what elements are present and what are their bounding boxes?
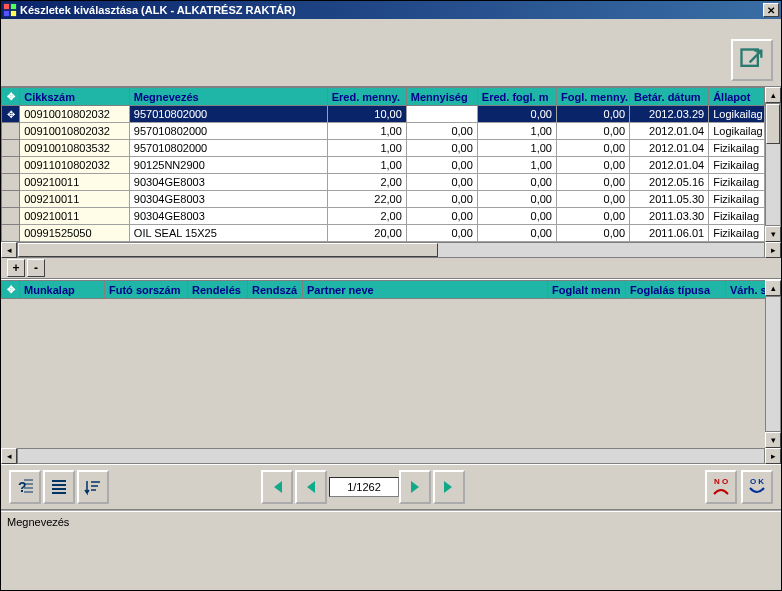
- cell-cikkszam: 009210011: [20, 208, 130, 225]
- cell-fogl-menny: 0,00: [556, 225, 629, 242]
- table-row[interactable]: 00921001190304GE80032,000,000,000,002011…: [2, 208, 765, 225]
- hdr2-foglalt[interactable]: Foglalt menn: [548, 281, 626, 299]
- table-row[interactable]: 009100108020329570108020001,000,001,000,…: [2, 123, 765, 140]
- hdr2-partner[interactable]: Partner neve: [303, 281, 548, 299]
- remove-button[interactable]: -: [27, 259, 45, 277]
- cell-megnevezes: 90125NN2900: [129, 157, 327, 174]
- hdr-megnevezes[interactable]: Megnevezés: [129, 88, 327, 106]
- cell-betar-datum: 2012.01.04: [630, 123, 709, 140]
- frown-icon: [712, 486, 730, 496]
- row-indicator: [2, 208, 20, 225]
- cell-mennyiseg: 0,00: [406, 208, 477, 225]
- no-button[interactable]: N O: [705, 470, 737, 504]
- cell-mennyiseg: 0,00: [406, 191, 477, 208]
- list-button[interactable]: [43, 470, 75, 504]
- hdr-indicator[interactable]: ✥: [2, 88, 20, 106]
- hdr-cikkszam[interactable]: Cikkszám: [20, 88, 130, 106]
- cell-betar-datum: 2011.05.30: [630, 191, 709, 208]
- row-indicator: [2, 157, 20, 174]
- cell-cikkszam: 00991525050: [20, 225, 130, 242]
- hdr-ered-fogl[interactable]: Ered. fogl. m: [477, 88, 556, 106]
- footer-toolbar: ? N O O K: [1, 464, 781, 510]
- sort-button[interactable]: [77, 470, 109, 504]
- hdr-betar-datum[interactable]: Betár. dátum: [630, 88, 709, 106]
- close-button[interactable]: ✕: [763, 3, 779, 17]
- table-row[interactable]: 00921001190304GE80032,000,000,000,002012…: [2, 174, 765, 191]
- no-label: N O: [714, 478, 728, 486]
- reservation-grid: ✥ Munkalap Futó sorszám Rendelés Rendszá…: [1, 279, 781, 464]
- hdr2-indicator[interactable]: ✥: [2, 281, 20, 299]
- ok-label: O K: [750, 478, 764, 486]
- hdr-mennyiseg[interactable]: Mennyiség: [406, 88, 477, 106]
- last-page-button[interactable]: [433, 470, 465, 504]
- row-indicator: [2, 191, 20, 208]
- cell-ered-fogl: 1,00: [477, 140, 556, 157]
- reservation-hscroll[interactable]: ◂ ▸: [1, 448, 781, 464]
- scroll-up-icon[interactable]: ▴: [765, 87, 781, 103]
- help-button[interactable]: ?: [9, 470, 41, 504]
- hdr2-fogltipus[interactable]: Foglalás típusa: [626, 281, 726, 299]
- scroll-up-icon[interactable]: ▴: [765, 280, 781, 296]
- first-page-button[interactable]: [261, 470, 293, 504]
- cell-megnevezes: 90304GE8003: [129, 208, 327, 225]
- cell-megnevezes: 957010802000: [129, 140, 327, 157]
- reservation-grid-body[interactable]: ✥ Munkalap Futó sorszám Rendelés Rendszá…: [1, 280, 765, 448]
- hdr2-futo[interactable]: Futó sorszám: [105, 281, 188, 299]
- scroll-down-icon[interactable]: ▾: [765, 432, 781, 448]
- cell-ered-fogl: 0,00: [477, 191, 556, 208]
- table-row[interactable]: ✥0091001080203295701080200010,0010,000,0…: [2, 106, 765, 123]
- cell-allapot: Logikailag: [709, 106, 765, 123]
- cell-fogl-menny: 0,00: [556, 140, 629, 157]
- hdr2-munkalap[interactable]: Munkalap: [20, 281, 105, 299]
- cell-betar-datum: 2011.03.30: [630, 208, 709, 225]
- cell-allapot: Fizikailag: [709, 191, 765, 208]
- next-page-button[interactable]: [399, 470, 431, 504]
- cell-ered-menny: 20,00: [327, 225, 406, 242]
- export-button[interactable]: [731, 39, 773, 81]
- table-row[interactable]: 0091101080203290125NN29001,000,001,000,0…: [2, 157, 765, 174]
- table-row[interactable]: 00991525050OIL SEAL 15X2520,000,000,000,…: [2, 225, 765, 242]
- cell-allapot: Fizikailag: [709, 208, 765, 225]
- table-row[interactable]: 00921001190304GE800322,000,000,000,00201…: [2, 191, 765, 208]
- window: Készletek kiválasztása (ALK - ALKATRÉSZ …: [0, 0, 782, 591]
- cell-allapot: Logikailag: [709, 123, 765, 140]
- cell-ered-fogl: 0,00: [477, 174, 556, 191]
- add-button[interactable]: +: [7, 259, 25, 277]
- prev-icon: [301, 477, 321, 497]
- scroll-right-icon[interactable]: ▸: [765, 242, 781, 258]
- table-row[interactable]: 009100108035329570108020001,000,001,000,…: [2, 140, 765, 157]
- stock-vthumb[interactable]: [766, 104, 780, 144]
- cell-cikkszam: 00911010802032: [20, 157, 130, 174]
- hdr2-rendszam[interactable]: Rendszá: [248, 281, 303, 299]
- stock-vscroll[interactable]: ▴ ▾: [765, 87, 781, 242]
- hdr2-varh[interactable]: Várh. sz: [726, 281, 766, 299]
- cell-betar-datum: 2012.03.29: [630, 106, 709, 123]
- scroll-right-icon[interactable]: ▸: [765, 448, 781, 464]
- cell-betar-datum: 2012.01.04: [630, 157, 709, 174]
- scroll-left-icon[interactable]: ◂: [1, 242, 17, 258]
- hdr-fogl-menny[interactable]: Fogl. menny.: [556, 88, 629, 106]
- row-indicator: [2, 174, 20, 191]
- hdr2-rendeles[interactable]: Rendelés: [188, 281, 248, 299]
- cell-mennyiseg: 0,00: [406, 123, 477, 140]
- cell-cikkszam: 00910010802032: [20, 123, 130, 140]
- cell-mennyiseg: 0,00: [406, 140, 477, 157]
- cell-ered-fogl: 0,00: [477, 225, 556, 242]
- cell-fogl-menny: 0,00: [556, 157, 629, 174]
- scroll-down-icon[interactable]: ▾: [765, 226, 781, 242]
- cell-allapot: Fizikailag: [709, 140, 765, 157]
- reservation-vscroll[interactable]: ▴ ▾: [765, 280, 781, 448]
- stock-hthumb[interactable]: [18, 243, 438, 257]
- page-indicator[interactable]: [329, 477, 399, 497]
- prev-page-button[interactable]: [295, 470, 327, 504]
- scroll-left-icon[interactable]: ◂: [1, 448, 17, 464]
- row-indicator: [2, 123, 20, 140]
- hdr-ered-menny[interactable]: Ered. menny.: [327, 88, 406, 106]
- stock-hscroll[interactable]: ◂ ▸: [1, 242, 781, 258]
- stock-grid-body[interactable]: ✥ Cikkszám Megnevezés Ered. menny. Menny…: [1, 87, 765, 242]
- stock-grid: ✥ Cikkszám Megnevezés Ered. menny. Menny…: [1, 87, 781, 257]
- cell-cikkszam: 009210011: [20, 174, 130, 191]
- hdr-allapot[interactable]: Állapot: [709, 88, 765, 106]
- last-icon: [439, 477, 459, 497]
- ok-button[interactable]: O K: [741, 470, 773, 504]
